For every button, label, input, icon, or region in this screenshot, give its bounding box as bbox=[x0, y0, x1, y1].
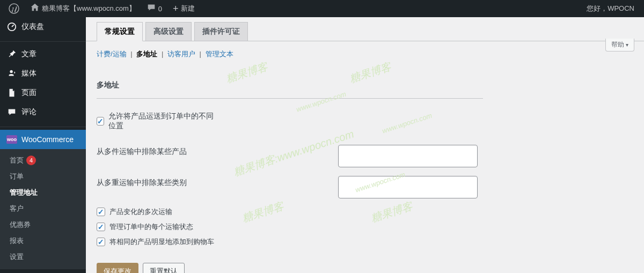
sub-navigation: 计费/运输 | 多地址 | 访客用户 | 管理文本 bbox=[86, 41, 644, 59]
submenu-label: 订单 bbox=[10, 172, 24, 181]
reset-button[interactable]: 重置默认 bbox=[143, 263, 185, 273]
submenu-label: 首页 bbox=[10, 156, 24, 165]
tab-license[interactable]: 插件许可证 bbox=[194, 22, 248, 41]
submenu-label: 客户 bbox=[10, 204, 24, 213]
submenu-manage-address[interactable]: 管理地址 bbox=[0, 185, 86, 201]
nav-tabs: 常规设置 高级设置 插件许可证 bbox=[86, 17, 644, 41]
field-control bbox=[338, 145, 633, 167]
checkbox-label: 产品变化的多次运输 bbox=[109, 207, 172, 217]
wordpress-logo[interactable] bbox=[4, 0, 24, 17]
greeting-text: 您好，WPOCN bbox=[587, 4, 634, 13]
tab-advanced[interactable]: 高级设置 bbox=[145, 22, 192, 41]
save-button[interactable]: 保存更改 bbox=[97, 263, 138, 273]
submenu-customers[interactable]: 客户 bbox=[0, 201, 86, 217]
comments-icon bbox=[6, 107, 17, 117]
submenu-label: 优惠券 bbox=[10, 220, 31, 230]
field-label: 从多件运输中排除某些产品 bbox=[97, 145, 215, 157]
checkbox-allow-multi[interactable] bbox=[97, 117, 104, 126]
admin-bar-right[interactable]: 您好，WPOCN bbox=[587, 4, 640, 13]
checkbox-label: 允许将产品运送到订单中的不同位置 bbox=[108, 112, 215, 131]
comments-count: 0 bbox=[158, 5, 162, 13]
exclude-products-input[interactable] bbox=[338, 145, 478, 167]
subnav-billing-shipping[interactable]: 计费/运输 bbox=[97, 50, 127, 58]
button-row: 保存更改 重置默认 bbox=[97, 263, 633, 273]
submenu-reports[interactable]: 报表 bbox=[0, 233, 86, 249]
menu-media[interactable]: 媒体 bbox=[0, 64, 86, 83]
menu-posts[interactable]: 文章 bbox=[0, 45, 86, 64]
badge-count: 4 bbox=[26, 156, 36, 165]
woocommerce-submenu: 首页 4 订单 管理地址 客户 优惠券 报表 设置 bbox=[0, 149, 86, 269]
main-content: 帮助 常规设置 高级设置 插件许可证 计费/运输 | 多地址 | 访客用户 | … bbox=[86, 17, 644, 273]
checkbox-shipping-status[interactable] bbox=[97, 223, 105, 231]
new-content-link[interactable]: + 新建 bbox=[169, 0, 199, 17]
field-label: 从多重运输中排除某些类别 bbox=[97, 176, 215, 188]
subnav-multi-address[interactable]: 多地址 bbox=[136, 50, 157, 58]
separator: | bbox=[130, 50, 132, 58]
menu-pages[interactable]: 页面 bbox=[0, 83, 86, 102]
row-exclude-products: 从多件运输中排除某些产品 bbox=[97, 145, 633, 167]
row-manage-shipping-status: 管理订单中的每个运输状态 bbox=[97, 222, 633, 232]
dashboard-icon bbox=[6, 21, 17, 32]
help-button[interactable]: 帮助 bbox=[605, 39, 634, 51]
site-home-link[interactable]: 糖果博客【www.wpocn.com】 bbox=[26, 0, 140, 17]
page-icon bbox=[6, 87, 17, 98]
row-allow-multi-location: 允许将产品运送到订单中的不同位置 bbox=[97, 109, 633, 136]
pin-icon bbox=[6, 49, 17, 60]
subnav-guest-user[interactable]: 访客用户 bbox=[167, 50, 195, 58]
home-icon bbox=[30, 3, 40, 15]
comment-icon bbox=[147, 3, 156, 15]
comments-link[interactable]: 0 bbox=[142, 0, 166, 17]
tab-general[interactable]: 常规设置 bbox=[97, 22, 143, 41]
woocommerce-icon: woo bbox=[6, 134, 17, 145]
site-name: 糖果博客【www.wpocn.com】 bbox=[42, 4, 136, 13]
menu-label: 页面 bbox=[21, 88, 36, 98]
section-title: 多地址 bbox=[97, 80, 633, 90]
plus-icon: + bbox=[173, 3, 179, 14]
submenu-settings[interactable]: 设置 bbox=[0, 249, 86, 265]
new-label: 新建 bbox=[181, 4, 195, 13]
subnav-manage-text[interactable]: 管理文本 bbox=[206, 50, 233, 58]
checkbox-label: 管理订单中的每个运输状态 bbox=[109, 222, 193, 232]
submenu-label: 设置 bbox=[10, 252, 24, 262]
admin-bar: 糖果博客【www.wpocn.com】 0 + 新建 您好，WPOCN bbox=[0, 0, 644, 17]
row-exclude-categories: 从多重运输中排除某些类别 bbox=[97, 176, 633, 198]
exclude-categories-input[interactable] bbox=[338, 176, 478, 198]
svg-point-0 bbox=[9, 4, 19, 13]
menu-label: 仪表盘 bbox=[21, 22, 44, 32]
field-control bbox=[338, 176, 633, 198]
settings-form: 多地址 允许将产品运送到订单中的不同位置 从多件运输中排除某些产品 bbox=[86, 59, 644, 273]
row-product-variation: 产品变化的多次运输 bbox=[97, 207, 633, 217]
separator: | bbox=[200, 50, 201, 58]
menu-label: WooCommerce bbox=[21, 135, 74, 144]
menu-label: 文章 bbox=[21, 49, 36, 59]
menu-comments[interactable]: 评论 bbox=[0, 102, 86, 122]
checkbox-label: 将相同的产品明显地添加到购物车 bbox=[109, 237, 214, 247]
field-control: 允许将产品运送到订单中的不同位置 bbox=[97, 109, 215, 136]
divider bbox=[97, 98, 483, 99]
submenu-orders[interactable]: 订单 bbox=[0, 168, 86, 185]
menu-separator bbox=[0, 124, 86, 127]
submenu-label: 管理地址 bbox=[10, 188, 38, 197]
submenu-coupons[interactable]: 优惠券 bbox=[0, 217, 86, 233]
menu-separator bbox=[0, 39, 86, 42]
admin-bar-left: 糖果博客【www.wpocn.com】 0 + 新建 bbox=[4, 0, 199, 17]
menu-woocommerce[interactable]: woo WooCommerce bbox=[0, 130, 86, 149]
checkbox-same-product[interactable] bbox=[97, 238, 105, 246]
menu-label: 评论 bbox=[21, 107, 36, 117]
admin-sidebar: 仪表盘 文章 媒体 页面 评论 bbox=[0, 17, 86, 273]
submenu-label: 报表 bbox=[10, 236, 24, 246]
submenu-home[interactable]: 首页 4 bbox=[0, 152, 86, 168]
row-add-same-product: 将相同的产品明显地添加到购物车 bbox=[97, 237, 633, 247]
menu-label: 媒体 bbox=[21, 69, 36, 78]
checkbox-variation[interactable] bbox=[97, 208, 105, 216]
media-icon bbox=[6, 68, 17, 79]
menu-dashboard[interactable]: 仪表盘 bbox=[0, 17, 86, 36]
separator: | bbox=[162, 50, 163, 58]
